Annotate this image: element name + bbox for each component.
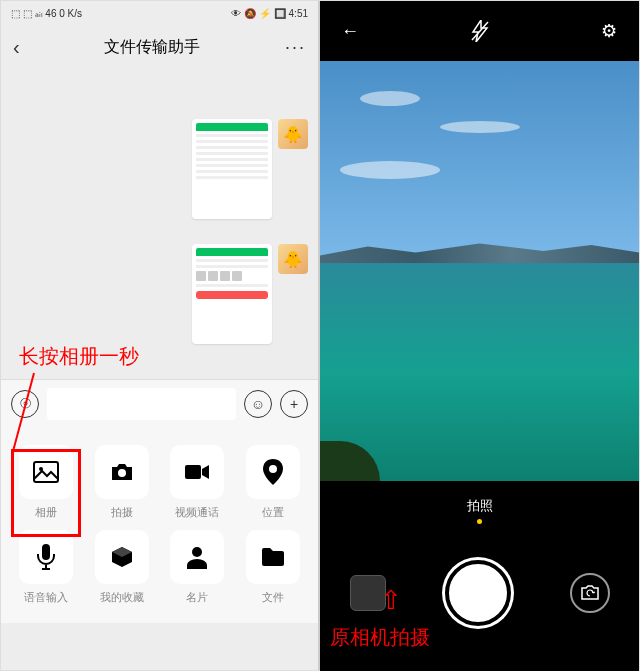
camera-screen: ← ⚙ 拍照 ⇧ 原相机拍摄 — [320, 1, 639, 670]
action-location[interactable]: 位置 — [238, 445, 308, 520]
svg-rect-3 — [185, 465, 201, 479]
contact-card-icon — [170, 530, 224, 584]
action-label: 拍摄 — [111, 505, 133, 520]
action-label: 我的收藏 — [100, 590, 144, 605]
message-2[interactable]: 🐥 — [192, 244, 308, 344]
action-label: 文件 — [262, 590, 284, 605]
action-album[interactable]: 相册 — [11, 445, 81, 520]
wechat-screen: ⬚ ⬚ ₐᵢₗ 46 0 K/s 👁 🔕 ⚡ 🔲 4:51 ‹ 文件传输助手 ·… — [1, 1, 320, 670]
location-icon — [246, 445, 300, 499]
status-left: ⬚ ⬚ ₐᵢₗ 46 0 K/s — [11, 8, 82, 19]
video-call-icon — [170, 445, 224, 499]
emoji-icon[interactable]: ☺ — [244, 390, 272, 418]
avatar[interactable]: 🐥 — [278, 244, 308, 274]
input-bar: ⦾ ☺ + — [1, 379, 318, 427]
flash-icon[interactable] — [468, 19, 492, 43]
action-label: 相册 — [35, 505, 57, 520]
svg-point-2 — [118, 469, 126, 477]
mode-indicator-dot — [477, 519, 482, 524]
chat-area[interactable]: 🐥 🐥 — [1, 69, 318, 379]
svg-point-6 — [192, 547, 202, 557]
actions-panel: 相册 拍摄 视频通话 位置 语音输入 — [1, 427, 318, 623]
shutter-button[interactable] — [445, 560, 511, 626]
svg-rect-0 — [34, 462, 58, 482]
camera-top-bar: ← ⚙ — [320, 1, 639, 61]
action-label: 视频通话 — [175, 505, 219, 520]
text-input[interactable] — [47, 388, 236, 420]
message-1[interactable]: 🐥 — [192, 119, 308, 219]
svg-rect-5 — [42, 544, 50, 560]
mode-photo[interactable]: 拍照 — [467, 497, 493, 524]
actions-grid: 相册 拍摄 视频通话 位置 语音输入 — [11, 445, 308, 605]
chat-title: 文件传输助手 — [104, 37, 200, 58]
annotation-camera: 原相机拍摄 — [330, 624, 430, 651]
settings-icon[interactable]: ⚙ — [597, 19, 621, 43]
camera-viewfinder[interactable] — [320, 61, 639, 481]
avatar[interactable]: 🐥 — [278, 119, 308, 149]
camera-back-button[interactable]: ← — [338, 19, 362, 43]
message-bubble — [192, 119, 272, 219]
action-label: 语音输入 — [24, 590, 68, 605]
status-right: 👁 🔕 ⚡ 🔲 4:51 — [231, 8, 308, 19]
nav-bar: ‹ 文件传输助手 ··· — [1, 25, 318, 69]
action-video-call[interactable]: 视频通话 — [163, 445, 233, 520]
camera-icon — [95, 445, 149, 499]
action-favorites[interactable]: 我的收藏 — [87, 530, 157, 605]
camera-modes[interactable]: 拍照 — [320, 491, 639, 530]
file-icon — [246, 530, 300, 584]
voice-input-icon — [19, 530, 73, 584]
plus-icon[interactable]: + — [280, 390, 308, 418]
svg-point-4 — [269, 465, 277, 473]
image-icon — [19, 445, 73, 499]
flip-camera-icon[interactable] — [570, 573, 610, 613]
status-bar: ⬚ ⬚ ₐᵢₗ 46 0 K/s 👁 🔕 ⚡ 🔲 4:51 — [1, 1, 318, 25]
action-camera[interactable]: 拍摄 — [87, 445, 157, 520]
mode-label: 拍照 — [467, 498, 493, 513]
action-contact-card[interactable]: 名片 — [163, 530, 233, 605]
gallery-thumbnail[interactable] — [350, 575, 386, 611]
back-button[interactable]: ‹ — [13, 36, 20, 59]
action-label: 位置 — [262, 505, 284, 520]
camera-controls: 拍照 ⇧ 原相机拍摄 — [320, 481, 639, 671]
more-button[interactable]: ··· — [285, 37, 306, 58]
action-file[interactable]: 文件 — [238, 530, 308, 605]
voice-toggle-icon[interactable]: ⦾ — [11, 390, 39, 418]
favorites-icon — [95, 530, 149, 584]
action-label: 名片 — [186, 590, 208, 605]
action-voice-input[interactable]: 语音输入 — [11, 530, 81, 605]
message-bubble — [192, 244, 272, 344]
